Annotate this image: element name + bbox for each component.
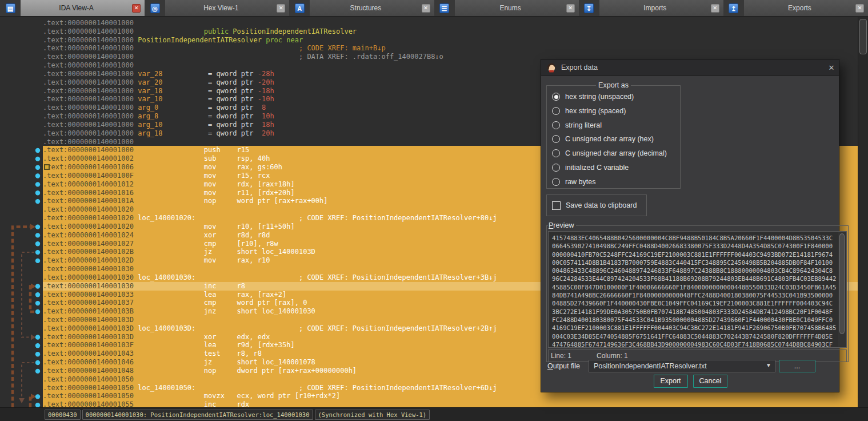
breakpoint-dot-icon[interactable] [35, 343, 40, 348]
tab-hex-view-1[interactable]: ◎Hex View-1✕ [145, 0, 289, 16]
close-icon[interactable]: ✕ [824, 63, 839, 72]
breakpoint-dot-icon[interactable] [35, 394, 40, 399]
close-icon[interactable]: ✕ [855, 4, 864, 13]
radio-c-unsigned-char-array-hex-[interactable]: C unsigned char array (hex) [552, 135, 680, 143]
main-scrollbar[interactable] [858, 17, 868, 407]
breakpoint-dot-icon[interactable] [35, 335, 40, 339]
breakpoint-dot-icon[interactable] [35, 199, 40, 204]
asm-line[interactable]: .text:0000000140001055 inc rdx [43, 400, 858, 407]
tab-body[interactable]: Hex View-1✕ [165, 0, 289, 16]
tab-label: Enums [455, 4, 566, 12]
breakpoint-dot-icon[interactable] [35, 259, 40, 263]
export-as-group: Export as hex string (unspaced)hex strin… [546, 81, 681, 189]
breakpoint-dot-icon[interactable] [35, 403, 40, 407]
preview-scrollbar[interactable] [838, 232, 846, 347]
browse-button[interactable]: ... [779, 360, 815, 372]
dialog-titlebar[interactable]: Export data ✕ [541, 59, 839, 76]
tab-label: Hex View-1 [165, 4, 277, 12]
tab-icon-cell: ↥ [723, 0, 744, 16]
close-icon[interactable]: ✕ [132, 4, 141, 13]
tab-icon-cell: ↧ [579, 0, 599, 16]
close-icon[interactable]: ✕ [277, 4, 285, 13]
radio-selected-icon[interactable] [552, 93, 560, 101]
export-as-label: Export as [596, 81, 631, 89]
asm-line[interactable]: .text:0000000140001000 ; CODE XREF: main… [43, 44, 858, 53]
tab-imports[interactable]: ↧Imports✕ [579, 0, 723, 16]
breakpoint-dot-icon[interactable] [35, 173, 40, 178]
breakpoint-dot-icon[interactable] [35, 309, 40, 314]
clipboard-checkbox[interactable] [552, 201, 561, 210]
breakpoint-dot-icon[interactable] [35, 190, 40, 195]
close-icon[interactable]: ✕ [566, 4, 575, 13]
breakpoint-dot-icon[interactable] [35, 284, 40, 288]
breakpoint-dot-icon[interactable] [35, 292, 40, 297]
breakpoint-dot-icon[interactable] [35, 360, 40, 365]
exports-icon: ↥ [729, 3, 738, 13]
breakpoint-dot-icon[interactable] [35, 352, 40, 356]
tab-structures[interactable]: AStructures✕ [289, 0, 434, 16]
tab-body[interactable]: Enums✕ [455, 0, 579, 16]
asm-line[interactable]: .text:0000000140001000 public PositionIn… [43, 27, 858, 36]
radio-label: C unsigned char array (decimal) [565, 149, 667, 157]
tab-enums[interactable]: ☰Enums✕ [434, 0, 579, 16]
clipboard-group[interactable]: Save data to clipboard [546, 194, 647, 216]
preview-textarea[interactable]: 41574883EC4065488B0425600000004C8BF9488B… [548, 231, 847, 348]
breakpoint-dot-icon[interactable] [35, 157, 40, 161]
item-mark-icon[interactable] [44, 164, 50, 170]
status-offset: 00000430 [45, 410, 81, 420]
radio-raw-bytes[interactable]: raw bytes [552, 178, 680, 186]
line-indicator: Line: 1 [551, 352, 571, 360]
radio-c-unsigned-char-array-decimal-[interactable]: C unsigned char array (decimal) [552, 149, 680, 157]
column-indicator: Column: 1 [597, 352, 628, 360]
radio-hex-string-spaced-[interactable]: hex string (spaced) [552, 107, 680, 115]
jump-arrows-gutter [0, 17, 43, 407]
asm-line[interactable]: .text:0000000140001000 PositionIndepende… [43, 36, 858, 45]
close-icon[interactable]: ✕ [711, 4, 719, 13]
tab-body[interactable]: Imports✕ [599, 0, 723, 16]
radio-label: raw bytes [565, 178, 596, 186]
breakpoint-dot-icon[interactable] [35, 250, 40, 255]
breakpoint-dot-icon[interactable] [35, 148, 40, 153]
radio-icon[interactable] [552, 121, 560, 129]
structures-icon: A [295, 3, 305, 13]
export-button[interactable]: Export [654, 375, 688, 388]
breakpoint-dot-icon[interactable] [35, 233, 40, 237]
radio-icon[interactable] [552, 149, 560, 157]
breakpoint-dot-icon[interactable] [35, 165, 40, 170]
radio-string-literal[interactable]: string literal [552, 121, 680, 129]
asm-line[interactable]: .text:0000000140001050 movzx ecx, word p… [43, 392, 858, 400]
enums-icon: ☰ [439, 3, 449, 13]
breakpoint-dot-icon[interactable] [35, 369, 40, 374]
tab-body[interactable]: IDA View-A✕ [21, 0, 145, 16]
breakpoint-dot-icon[interactable] [35, 241, 40, 246]
close-icon[interactable]: ✕ [422, 4, 430, 13]
chevron-down-icon[interactable]: ▼ [766, 362, 771, 368]
breakpoint-dot-icon[interactable] [35, 224, 40, 229]
tab-exports[interactable]: ↥Exports✕ [723, 0, 868, 16]
tab-label: Exports [744, 4, 855, 12]
tab-body[interactable]: Exports✕ [744, 0, 868, 16]
radio-label: string literal [565, 121, 602, 129]
output-file-combobox[interactable]: PositionIndependentIATResolver.txt ▼ [589, 360, 775, 372]
radio-label: hex string (spaced) [565, 107, 626, 115]
clipboard-label: Save data to clipboard [566, 201, 637, 209]
tab-ida-view-a[interactable]: ▤IDA View-A✕ [0, 0, 145, 16]
output-file-row: Output file PositionIndependentIATResolv… [547, 359, 834, 373]
status-bar: 00000430 0000000140001030: PositionIndep… [0, 407, 868, 421]
asm-line[interactable]: .text:0000000140001000 [43, 19, 858, 27]
main-scrollbar-thumb[interactable] [859, 19, 867, 54]
radio-icon[interactable] [552, 178, 560, 186]
breakpoint-dot-icon[interactable] [35, 301, 40, 305]
radio-icon[interactable] [552, 135, 560, 143]
radio-label: initialized C variable [565, 164, 629, 172]
radio-icon[interactable] [552, 164, 560, 172]
radio-hex-string-unspaced-[interactable]: hex string (unspaced) [552, 93, 680, 101]
cancel-button[interactable]: Cancel [693, 375, 728, 388]
tab-body[interactable]: Structures✕ [310, 0, 434, 16]
radio-initialized-c-variable[interactable]: initialized C variable [552, 164, 680, 172]
preview-scrollbar-thumb[interactable] [839, 233, 845, 334]
status-current-location: 0000000140001030: PositionIndependentIAT… [82, 410, 313, 420]
tab-label: Imports [599, 4, 711, 12]
radio-icon[interactable] [552, 107, 560, 115]
breakpoint-dot-icon[interactable] [35, 182, 40, 186]
